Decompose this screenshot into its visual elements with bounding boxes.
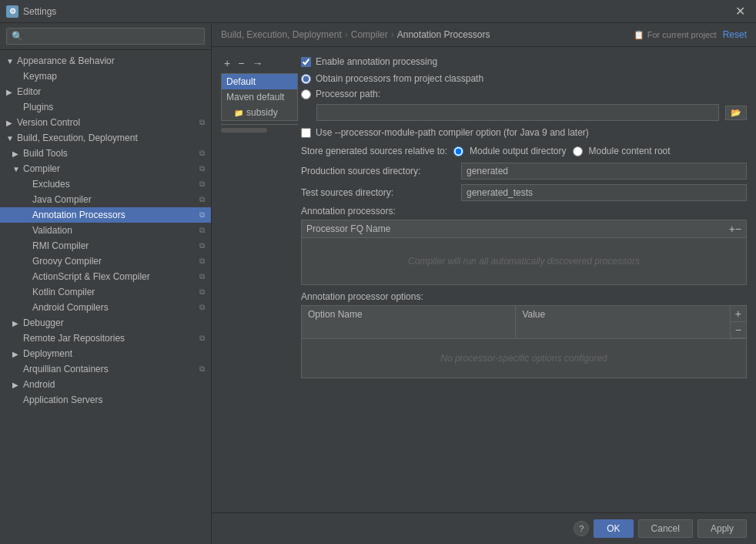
store-generated-row: Store generated sources relative to: Mod… [301,146,747,156]
sidebar-item-label: Deployment [23,348,72,359]
sidebar-item-java-compiler[interactable]: Java Compiler ⧉ [0,192,211,207]
sidebar-item-annotation-processors[interactable]: Annotation Processors ⧉ [0,207,211,223]
copy-icon: ⧉ [199,210,205,220]
add-profile-button[interactable]: + [221,56,233,70]
profile-item-default[interactable]: Default [222,74,297,89]
sidebar-item-rmi-compiler[interactable]: RMI Compiler ⧉ [0,238,211,254]
profile-item-subsidy[interactable]: 📁 subsidy [222,105,297,120]
sidebar-item-label: Annotation Processors [32,210,125,220]
obtain-processors-row: Obtain processors from project classpath [301,73,747,84]
sidebar-item-build-tools[interactable]: ▶ Build Tools ⧉ [0,146,211,161]
sidebar-item-actionscript-flex-compiler[interactable]: ActionScript & Flex Compiler ⧉ [0,269,211,284]
right-panel: Build, Execution, Deployment › Compiler … [212,23,756,544]
sidebar-item-compiler[interactable]: ▼ Compiler ⧉ [0,161,211,176]
sidebar-item-kotlin-compiler[interactable]: Kotlin Compiler ⧉ [0,284,211,300]
profiles-list: Default Maven default 📁 subsidy [221,73,298,121]
add-option-button[interactable]: + [731,306,746,322]
test-sources-row: Test sources directory: [301,184,747,201]
processor-path-input-row: 📂 [316,104,747,121]
module-output-dir-label: Module output directory [470,146,566,156]
annotation-processor-options-section: Annotation processor options: Option Nam… [301,291,747,378]
search-input[interactable] [6,28,205,45]
sidebar-item-android-compilers[interactable]: Android Compilers ⧉ [0,300,211,315]
sidebar-item-version-control[interactable]: ▶ Version Control ⧉ [0,115,211,130]
profile-item-maven-default[interactable]: Maven default [222,89,297,105]
sidebar-item-keymap[interactable]: Keymap [0,69,211,84]
options-table-actions: + − [730,306,746,338]
sidebar: ▼ Appearance & Behavior Keymap ▶ Editor … [0,23,212,544]
main-content: ▼ Appearance & Behavior Keymap ▶ Editor … [0,23,756,544]
sidebar-item-debugger[interactable]: ▶ Debugger [0,315,211,331]
options-table-header: Option Name Value + − [302,306,746,339]
use-processor-module-path-checkbox[interactable] [301,128,311,138]
copy-icon: ⧉ [199,303,205,312]
production-sources-input[interactable] [461,163,747,180]
search-box [0,23,211,50]
sidebar-item-remote-jar-repositories[interactable]: Remote Jar Repositories ⧉ [0,331,211,346]
breadcrumb-current: Annotation Processors [397,29,490,40]
profiles-column: + − → Default Maven default 📁 subsidy [221,56,298,133]
sidebar-item-label: Remote Jar Repositories [23,333,125,344]
processor-fq-name-header: Processor FQ Name [306,223,729,234]
annotation-processors-label: Annotation processors: [301,206,747,217]
module-content-root-label: Module content root [589,146,671,156]
sidebar-item-groovy-compiler[interactable]: Groovy Compiler ⧉ [0,254,211,269]
test-sources-input[interactable] [461,184,747,201]
option-name-header: Option Name [302,306,516,338]
sidebar-item-application-servers[interactable]: Application Servers [0,392,211,408]
sidebar-item-appearance-behavior[interactable]: ▼ Appearance & Behavior [0,53,211,69]
breadcrumb: Build, Execution, Deployment › Compiler … [221,29,490,40]
processor-path-label: Processor path: [316,89,380,99]
remove-option-button[interactable]: − [731,322,746,338]
copy-icon: ⧉ [199,149,205,158]
sidebar-item-label: Version Control [17,117,80,128]
ok-button[interactable]: OK [594,519,633,538]
copy-profile-button[interactable]: → [249,56,266,70]
arrow-icon: ▶ [12,319,20,327]
breadcrumb-sep-1: › [345,29,348,40]
reset-button[interactable]: Reset [723,29,747,40]
browse-button[interactable]: 📂 [725,106,747,120]
copy-icon: ⧉ [199,334,205,343]
module-output-dir-radio[interactable] [453,146,463,156]
remove-profile-button[interactable]: − [235,56,247,70]
sidebar-item-excludes[interactable]: Excludes ⧉ [0,176,211,192]
cancel-button[interactable]: Cancel [638,519,693,538]
sidebar-item-validation[interactable]: Validation ⧉ [0,223,211,238]
arrow-icon: ▶ [12,350,20,358]
copy-icon: ⧉ [199,272,205,281]
processor-path-input[interactable] [316,104,719,121]
profiles-toolbar: + − → [221,56,298,70]
enable-annotation-processing-checkbox[interactable] [301,57,311,67]
sidebar-item-label: Excludes [32,179,70,190]
apply-button[interactable]: Apply [697,519,747,538]
use-processor-module-path-label: Use --processor-module-path compiler opt… [316,127,589,138]
sidebar-item-label: Compiler [23,163,60,174]
panel-body: + − → Default Maven default 📁 subsidy [212,47,756,512]
sidebar-item-plugins[interactable]: Plugins [0,99,211,115]
processor-path-radio[interactable] [301,89,311,99]
sidebar-item-label: Groovy Compiler [32,256,102,267]
sidebar-item-arquillian-containers[interactable]: Arquillian Containers ⧉ [0,361,211,377]
close-button[interactable]: ✕ [731,2,750,20]
module-content-root-radio[interactable] [573,146,583,156]
use-processor-module-path-row: Use --processor-module-path compiler opt… [301,127,747,138]
annotation-processors-table-header: Processor FQ Name + − [302,220,746,238]
no-options-text: No processor-specific options configured [440,353,607,364]
profiles-scrollbar [221,124,298,133]
auto-discover-text: Compiler will run all automatically disc… [408,256,640,267]
window-title: Settings [23,6,731,17]
add-processor-button[interactable]: + [729,223,735,235]
sidebar-item-build-execution-deployment[interactable]: ▼ Build, Execution, Deployment [0,130,211,146]
sidebar-item-label: Validation [32,225,72,236]
sidebar-item-android[interactable]: ▶ Android [0,377,211,392]
obtain-processors-radio[interactable] [301,74,311,84]
production-sources-row: Production sources directory: [301,163,747,180]
sidebar-item-label: Editor [17,86,41,97]
remove-processor-button[interactable]: − [735,223,741,235]
help-button[interactable]: ? [574,521,589,536]
sidebar-item-deployment[interactable]: ▶ Deployment [0,346,211,361]
sidebar-item-editor[interactable]: ▶ Editor [0,84,211,99]
annotation-processors-section: Annotation processors: Processor FQ Name… [301,206,747,285]
sidebar-item-label: RMI Compiler [32,240,89,251]
